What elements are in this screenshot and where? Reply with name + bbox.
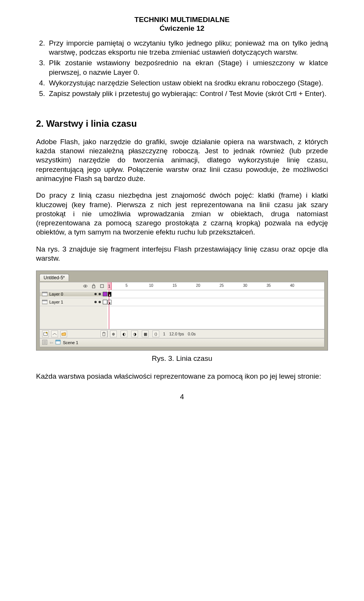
ruler-tick: 40 xyxy=(290,283,294,288)
list-item: 3. Plik zostanie wstawiony bezpośrednio … xyxy=(36,58,328,77)
onion-skin-button[interactable]: ◐ xyxy=(121,330,127,337)
ruler-tick: 5 xyxy=(126,283,128,288)
svg-rect-5 xyxy=(42,292,47,293)
paragraph: Do pracy z linią czasu niezbędna jest zn… xyxy=(36,191,328,237)
scene-label[interactable]: Scene 1 xyxy=(63,340,78,345)
paragraph: Adobe Flash, jako narzędzie do grafiki, … xyxy=(36,137,328,184)
layer-icon xyxy=(42,292,47,296)
outline-swatch[interactable] xyxy=(103,292,107,296)
ruler-tick: 15 xyxy=(173,283,177,288)
list-number: 5. xyxy=(36,89,49,98)
timeline-header-left xyxy=(40,284,107,288)
list-number: 2. xyxy=(36,39,49,57)
current-frame: 1 xyxy=(163,332,165,336)
visibility-dot[interactable] xyxy=(94,293,97,295)
new-folder-button[interactable] xyxy=(60,330,67,337)
doc-header-subtitle: Ćwiczenie 12 xyxy=(36,24,328,33)
keyframe[interactable] xyxy=(108,292,111,297)
list-item: 4. Wykorzystując narzędzie Selection ust… xyxy=(36,79,328,88)
ruler-tick: 35 xyxy=(267,283,271,288)
eye-icon[interactable] xyxy=(83,284,88,288)
svg-rect-3 xyxy=(100,285,104,288)
svg-rect-7 xyxy=(42,300,47,301)
section-heading: 2. Warstwy i linia czasu xyxy=(36,118,328,129)
list-text: Przy imporcie pamiętaj o wczytaniu tylko… xyxy=(49,39,328,57)
timeline-footer-left xyxy=(40,330,107,337)
layer-frames[interactable] xyxy=(107,290,324,298)
layer-frames[interactable] xyxy=(107,298,324,306)
layer-row[interactable]: Layer 0 xyxy=(40,290,324,298)
timeline-ruler[interactable]: 1 5 10 15 20 25 30 35 40 xyxy=(107,282,324,290)
elapsed-time: 0.0s xyxy=(188,332,196,336)
edit-bar: ⇦ Scene 1 xyxy=(40,338,324,347)
svg-rect-11 xyxy=(103,333,105,336)
list-number: 3. xyxy=(36,58,49,77)
center-frame-button[interactable]: ⊕ xyxy=(110,330,117,337)
outline-icon[interactable] xyxy=(100,284,104,288)
playhead-frame-indicator[interactable]: 1 xyxy=(107,282,111,290)
lock-dot[interactable] xyxy=(99,301,101,303)
list-number: 4. xyxy=(36,79,49,88)
ruler-tick: 30 xyxy=(243,283,247,288)
timeline-collapse-button[interactable] xyxy=(42,340,47,346)
list-text: Zapisz powstały plik i przetestuj go wyb… xyxy=(49,89,328,98)
layer-name: Layer 0 xyxy=(49,292,93,296)
back-button[interactable]: ⇦ xyxy=(50,340,53,345)
list-text: Wykorzystując narzędzie Selection ustaw … xyxy=(49,79,328,88)
playhead-line xyxy=(109,298,109,306)
ruler-tick: 20 xyxy=(196,283,200,288)
layer-icon xyxy=(42,300,47,304)
list-item: 5. Zapisz powstały plik i przetestuj go … xyxy=(36,89,328,98)
figure-caption: Rys. 3. Linia czasu xyxy=(36,354,328,363)
lock-dot[interactable] xyxy=(99,293,101,295)
scene-icon xyxy=(55,340,61,346)
layer-blank-area xyxy=(40,306,324,329)
new-motion-guide-button[interactable] xyxy=(51,330,58,337)
page-number: 4 xyxy=(36,393,328,401)
timeline-header: 1 5 10 15 20 25 30 35 40 xyxy=(40,282,324,290)
outline-swatch[interactable] xyxy=(103,300,107,304)
timeline-footer: ⊕ ◐ ◑ ▦ ⟨⟩ 1 12.0 fps 0.0s xyxy=(40,329,324,338)
lock-icon[interactable] xyxy=(91,284,96,288)
figure-timeline: Untitled-5* 1 xyxy=(36,271,328,351)
edit-multiple-frames-button[interactable]: ▦ xyxy=(142,330,149,337)
doc-header-title: TECHNIKI MULTIMEDIALNE xyxy=(36,15,328,24)
document-tab[interactable]: Untitled-5* xyxy=(39,274,69,281)
ruler-tick: 10 xyxy=(149,283,153,288)
svg-point-1 xyxy=(85,286,86,287)
svg-rect-19 xyxy=(56,340,60,341)
playhead-line xyxy=(109,306,109,329)
layer-left[interactable]: Layer 1 xyxy=(40,300,107,304)
modify-onion-markers-button[interactable]: ⟨⟩ xyxy=(152,330,159,337)
layer-left[interactable]: Layer 0 xyxy=(40,292,107,296)
playhead-line xyxy=(109,290,109,298)
list-item: 2. Przy imporcie pamiętaj o wczytaniu ty… xyxy=(36,39,328,57)
paragraph: Na rys. 3 znajduje się fragment interfej… xyxy=(36,245,328,263)
document-tab-row: Untitled-5* xyxy=(39,274,325,282)
ordered-list: 2. Przy imporcie pamiętaj o wczytaniu ty… xyxy=(36,39,328,99)
svg-rect-2 xyxy=(93,286,95,288)
delete-layer-button[interactable] xyxy=(100,330,107,337)
list-text: Plik zostanie wstawiony bezpośrednio na … xyxy=(49,58,328,77)
visibility-dot[interactable] xyxy=(94,301,97,303)
ruler-tick: 25 xyxy=(220,283,224,288)
timeline-panel: 1 5 10 15 20 25 30 35 40 xyxy=(39,282,325,347)
keyframe[interactable] xyxy=(108,300,111,305)
timeline-footer-right: ⊕ ◐ ◑ ▦ ⟨⟩ 1 12.0 fps 0.0s xyxy=(107,330,324,337)
frame-rate: 12.0 fps xyxy=(169,332,184,336)
layer-name: Layer 1 xyxy=(49,300,93,304)
paragraph: Każda warstwa posiada właściwości reprez… xyxy=(36,372,328,381)
layer-row[interactable]: Layer 1 xyxy=(40,298,324,306)
onion-skin-outlines-button[interactable]: ◑ xyxy=(131,330,138,337)
new-layer-button[interactable] xyxy=(42,330,49,337)
